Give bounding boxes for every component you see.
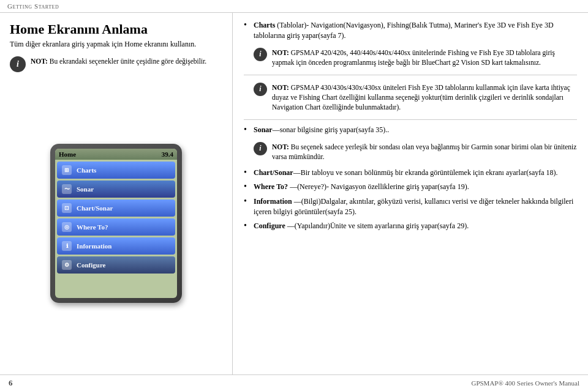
note-icon-sonar: i [254,142,267,155]
note-text-charts-2: NOT: GPSMAP 430/430s/430x/430sx üniteler… [272,83,577,112]
bullet-sonar: • Sonar—sonar bilgisine giriş yapar(sayf… [244,125,577,135]
screen-header: Home 39.4 [55,149,177,160]
bullet-dot-where-to: • [244,182,250,192]
menu-item-configure[interactable]: ⚙ Configure [57,256,175,274]
section-subtitle: Tüm diğer ekranlara giriş yapmak için Ho… [10,40,222,49]
header: Getting Started [0,0,588,13]
menu-label-sonar: Sonar [77,185,94,193]
menu-list: ⊞ Charts 〜 Sonar ⊡ Chart/Sonar [55,160,177,298]
device-screen: Home 39.4 ⊞ Charts 〜 Sonar [55,149,177,298]
note-sonar: i NOT: Bu seçenek sadece yerleşik bir so… [254,142,577,162]
bullet-text-sonar: Sonar—sonar bilgisine giriş yapar(sayfa … [254,125,389,135]
menu-item-where-to[interactable]: ◎ Where To? [57,218,175,236]
information-icon: ℹ [62,241,72,251]
menu-label-where-to: Where To? [77,223,108,231]
bullet-dot-charts: • [244,20,250,31]
where-to-icon: ◎ [62,222,72,232]
bullet-dot-configure: • [244,221,250,231]
note-icon-charts-2: i [254,83,267,96]
note-charts-2: i NOT: GPSMAP 430/430s/430x/430sx ünitel… [254,83,577,112]
menu-item-information[interactable]: ℹ Information [57,237,175,255]
device: Home 39.4 ⊞ Charts 〜 Sonar [50,144,182,303]
divider-2 [244,119,577,120]
menu-item-chart-sonar[interactable]: ⊡ Chart/Sonar [57,199,175,217]
note-prefix: NOT: [31,58,48,65]
bullet-charts: • Charts (Tablolar)- Navigation(Navigasy… [244,20,577,42]
header-label: Getting Started [7,2,59,10]
right-column: • Charts (Tablolar)- Navigation(Navigasy… [233,13,588,374]
note-icon: i [10,56,26,72]
menu-label-configure: Configure [77,261,105,269]
screen-value: 39.4 [162,151,173,158]
bullet-configure: • Configure —(Yapılandır)Ünite ve sitem … [244,221,577,231]
menu-label-charts: Charts [77,166,96,174]
bullet-text-information: Information —(Bilgi)Dalgalar, akıntılar,… [254,196,577,218]
menu-label-information: Information [77,242,111,250]
sonar-icon: 〜 [62,184,72,194]
bullet-where-to: • Where To? —(Nereye?)- Navigasyon özell… [244,182,577,192]
note-text-sonar: NOT: Bu seçenek sadece yerleşik bir sond… [272,142,577,162]
menu-item-sonar[interactable]: 〜 Sonar [57,181,175,198]
bullet-text-where-to: Where To? —(Nereye?)- Navigasyon özellik… [254,182,469,192]
bullet-dot-chart-sonar: • [244,168,250,178]
menu-label-chart-sonar: Chart/Sonar [77,204,113,212]
note-body: Bu ekrandaki seçenekler ünite çeşidine g… [48,58,206,65]
bullet-dot-sonar: • [244,125,250,135]
left-note: i NOT: Bu ekrandaki seçenekler ünite çeş… [10,56,222,72]
screen-title: Home [59,151,76,158]
bullet-dot-information: • [244,196,250,207]
bullet-text-configure: Configure —(Yapılandır)Ünite ve sitem ay… [254,221,469,231]
footer-brand: GPSMAP® 400 Series Owner's Manual [471,379,579,387]
chart-sonar-icon: ⊡ [62,203,72,213]
bullet-text-charts: Charts (Tablolar)- Navigation(Navigasyon… [254,20,577,42]
bullet-chart-sonar: • Chart/Sonar—Bir tabloyu ve sonarı bölü… [244,168,577,178]
configure-icon: ⚙ [62,260,72,270]
divider-1 [244,75,577,75]
footer: 6 GPSMAP® 400 Series Owner's Manual [0,374,588,391]
charts-icon: ⊞ [62,165,72,175]
device-container: Home 39.4 ⊞ Charts 〜 Sonar [10,78,222,368]
note-charts-1: i NOT: GPSMAP 420/420s, 440/440s/440x/44… [254,48,577,67]
bullet-information: • Information —(Bilgi)Dalgalar, akıntıla… [244,196,577,218]
section-title: Home Ekranını Anlama [10,21,222,37]
bullet-text-chart-sonar: Chart/Sonar—Bir tabloyu ve sonarı bölünm… [254,168,558,178]
note-icon-charts-1: i [254,48,267,61]
note-text-charts-1: NOT: GPSMAP 420/420s, 440/440s/440x/440s… [272,48,577,67]
left-note-text: NOT: Bu ekrandaki seçenekler ünite çeşid… [31,56,206,66]
menu-item-charts[interactable]: ⊞ Charts [57,162,175,179]
left-column: Home Ekranını Anlama Tüm diğer ekranlara… [0,13,233,374]
footer-page-number: 6 [9,378,13,388]
